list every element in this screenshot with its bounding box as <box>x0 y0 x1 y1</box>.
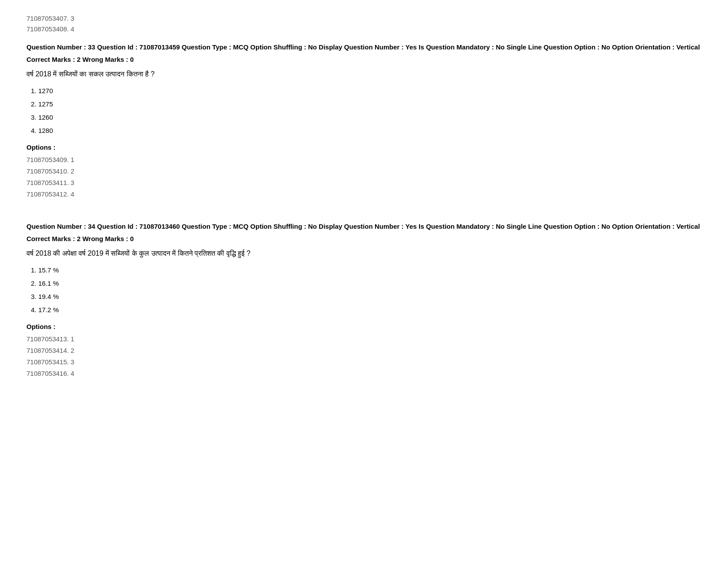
question-33-option-1: 1. 1270 <box>31 86 702 96</box>
question-33-option-id-2: 71087053410. 2 <box>26 166 702 177</box>
question-33-option-ids: 71087053409. 1 71087053410. 2 7108705341… <box>26 155 702 200</box>
question-33-option-3: 3. 1260 <box>31 112 702 123</box>
prev-opt3: 71087053407. 3 <box>26 13 702 24</box>
question-34-meta: Question Number : 34 Question Id : 71087… <box>26 222 702 232</box>
question-33-option-2: 2. 1275 <box>31 99 702 110</box>
question-34-option-3: 3. 19.4 % <box>31 291 702 302</box>
question-34-option-2: 2. 16.1 % <box>31 278 702 289</box>
question-33-options-list: 1. 1270 2. 1275 3. 1260 4. 1280 <box>31 86 702 136</box>
question-34-option-id-4: 71087053416. 4 <box>26 368 702 379</box>
prev-opt4: 71087053408. 4 <box>26 24 702 34</box>
question-34-options-list: 1. 15.7 % 2. 16.1 % 3. 19.4 % 4. 17.2 % <box>31 265 702 315</box>
question-34-options-label: Options : <box>26 321 702 332</box>
question-34-option-4: 4. 17.2 % <box>31 305 702 315</box>
prev-options: 71087053407. 3 71087053408. 4 <box>26 13 702 34</box>
question-33-option-4: 4. 1280 <box>31 125 702 136</box>
question-33-options-label: Options : <box>26 142 702 153</box>
question-34-marks: Correct Marks : 2 Wrong Marks : 0 <box>26 234 702 244</box>
question-34-option-1: 1. 15.7 % <box>31 265 702 276</box>
question-34-block: Question Number : 34 Question Id : 71087… <box>26 222 702 379</box>
question-34-text: वर्ष 2018 की अपेक्षा वर्ष 2019 में सब्जि… <box>26 248 702 259</box>
question-33-meta: Question Number : 33 Question Id : 71087… <box>26 42 702 53</box>
question-33-text: वर्ष 2018 में सब्जियों का सकल उत्पादन कि… <box>26 68 702 80</box>
question-33-marks: Correct Marks : 2 Wrong Marks : 0 <box>26 54 702 65</box>
question-33-block: Question Number : 33 Question Id : 71087… <box>26 42 702 200</box>
question-34-option-id-2: 71087053414. 2 <box>26 345 702 356</box>
question-34-option-id-1: 71087053413. 1 <box>26 334 702 344</box>
question-34-option-id-3: 71087053415. 3 <box>26 357 702 367</box>
question-33-option-id-4: 71087053412. 4 <box>26 189 702 200</box>
question-33-option-id-3: 71087053411. 3 <box>26 178 702 188</box>
question-34-option-ids: 71087053413. 1 71087053414. 2 7108705341… <box>26 334 702 379</box>
question-33-option-id-1: 71087053409. 1 <box>26 155 702 165</box>
